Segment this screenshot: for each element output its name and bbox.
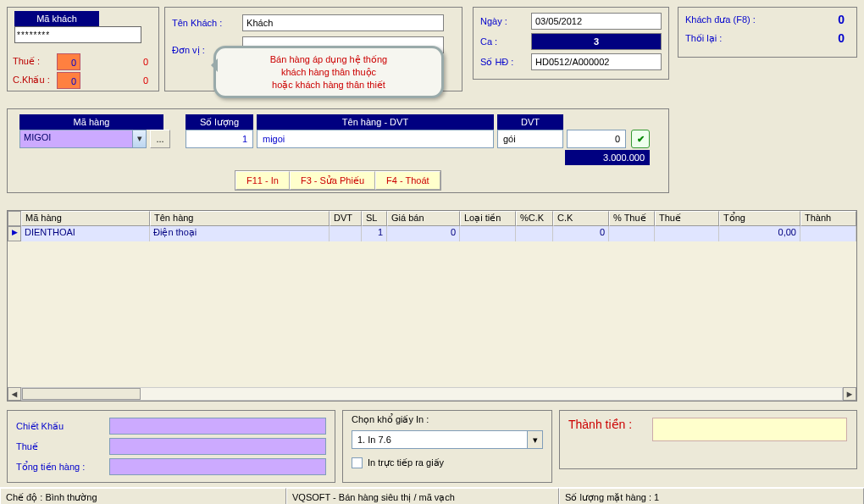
cell[interactable]: 0: [387, 226, 460, 241]
cash-given-label: Khách đưa (F8) :: [685, 14, 778, 25]
direct-print-label: In trực tiếp ra giấy: [368, 457, 444, 468]
f3-edit-button[interactable]: F3 - Sửa Phiếu: [290, 171, 375, 190]
col-header[interactable]: %C.K: [516, 211, 553, 226]
dropdown-icon[interactable]: ▾: [528, 430, 543, 449]
qty-input[interactable]: 1: [186, 130, 253, 148]
change-label: Thối lại :: [685, 33, 778, 44]
price-input[interactable]: 0: [567, 130, 626, 148]
paper-size-select[interactable]: 1. In 7.6 ▾: [352, 430, 543, 449]
tooltip-line: Bán hàng áp dụng hệ thống: [223, 53, 435, 66]
date-value[interactable]: 03/05/2012: [531, 13, 662, 30]
dropdown-icon[interactable]: ▾: [132, 130, 146, 147]
total-price-label: 3.000.000: [565, 150, 650, 165]
grand-total-value: [652, 418, 847, 441]
unit-header: DVT: [497, 114, 563, 130]
col-header[interactable]: C.K: [553, 211, 609, 226]
item-entry-panel: Mã hàng MIGOI ▾ ... Số lượng 1 Tên hàng …: [7, 108, 669, 193]
col-header[interactable]: Tổng: [719, 211, 800, 226]
f11-print-button[interactable]: F11 - In: [235, 171, 290, 190]
status-count: Số lượng mặt hàng : 1: [559, 488, 864, 504]
status-bar: Chế độ : Bình thường VQSOFT - Bán hàng s…: [0, 487, 864, 504]
grand-total-label: Thành tiền :: [568, 418, 650, 431]
grand-total-panel: Thành tiền :: [559, 410, 857, 469]
cell[interactable]: 0: [553, 226, 609, 241]
cell[interactable]: [330, 226, 362, 241]
cell[interactable]: [609, 226, 655, 241]
invoice-no-value: HD0512/A000002: [531, 53, 662, 70]
function-buttons: F11 - In F3 - Sửa Phiếu F4 - Thoát: [235, 170, 441, 191]
totals-summary-panel: Chiết Khấu Thuế Tổng tiền hàng :: [7, 410, 335, 483]
item-name-input[interactable]: migoi: [257, 130, 494, 148]
scroll-right-icon[interactable]: ►: [843, 387, 856, 401]
table-row[interactable]: ▶ DIENTHOAI Điện thoại 1 0 0 0,00: [8, 226, 856, 241]
invoice-meta-panel: Ngày : 03/05/2012 Ca : 3 Số HĐ : HD0512/…: [473, 7, 669, 80]
col-header[interactable]: Giá bán: [387, 211, 460, 226]
status-app: VQSOFT - Bán hàng siêu thị / mã vạch: [286, 488, 559, 504]
shift-label: Ca :: [480, 36, 531, 47]
discount-total-value: [109, 418, 326, 435]
direct-print-checkbox[interactable]: In trực tiếp ra giấy: [352, 457, 543, 468]
grid-header: Mã hàng Tên hàng DVT SL Giá bán Loại tiề…: [8, 211, 856, 226]
cell[interactable]: DIENTHOAI: [21, 226, 150, 241]
subtotal-label: Tổng tiền hàng :: [16, 462, 109, 473]
cell[interactable]: Điện thoại: [150, 226, 330, 241]
confirm-button[interactable]: ✔: [631, 130, 650, 148]
change-value: 0: [778, 31, 850, 45]
hint-tooltip: Bán hàng áp dụng hệ thống khách hàng thâ…: [213, 46, 444, 98]
status-mode: Chế độ : Bình thường: [0, 488, 286, 504]
col-header[interactable]: Loại tiền: [460, 211, 516, 226]
print-options-panel: Chọn khổ giấy In : 1. In 7.6 ▾ In trực t…: [342, 410, 552, 483]
discount-pct[interactable]: 0: [57, 72, 80, 89]
discount-label: C.Khấu :: [13, 72, 57, 86]
customer-code-panel: Mã khách Thuế : 0 0 C.Khấu : 0 0: [7, 7, 159, 91]
col-header[interactable]: SL: [362, 211, 387, 226]
cell[interactable]: [655, 226, 719, 241]
col-header[interactable]: Tên hàng: [150, 211, 330, 226]
scroll-left-icon[interactable]: ◄: [8, 387, 21, 401]
customer-name-label: Tên Khách :: [172, 18, 240, 28]
col-header[interactable]: Mã hàng: [21, 211, 150, 226]
item-name-header: Tên hàng - DVT: [257, 114, 494, 130]
discount-value: 0: [80, 72, 153, 89]
paper-size-text: 1. In 7.6: [352, 430, 528, 449]
item-code-header: Mã hàng: [19, 114, 163, 130]
f4-exit-button[interactable]: F4 - Thoát: [375, 171, 440, 190]
tooltip-line: khách hàng thân thuộc: [223, 66, 435, 79]
customer-code-input[interactable]: [14, 26, 141, 43]
paper-size-label: Chọn khổ giấy In :: [352, 414, 543, 425]
item-code-combo[interactable]: MIGOI ▾: [19, 130, 147, 148]
row-indicator-icon: ▶: [8, 226, 21, 241]
cell[interactable]: [516, 226, 553, 241]
browse-button[interactable]: ...: [150, 130, 170, 148]
subtotal-value: [109, 458, 326, 475]
tax-pct[interactable]: 0: [57, 53, 80, 70]
discount-total-label: Chiết Khấu: [16, 421, 109, 432]
scroll-thumb[interactable]: [22, 388, 141, 400]
scroll-track[interactable]: [21, 387, 843, 401]
customer-code-header: Mã khách: [14, 11, 99, 26]
cell[interactable]: [800, 226, 856, 241]
cell[interactable]: 1: [362, 226, 387, 241]
row-selector-header: [8, 211, 21, 226]
item-code-text: MIGOI: [20, 130, 132, 147]
tax-label: Thuế :: [13, 53, 57, 67]
horizontal-scrollbar[interactable]: ◄ ►: [8, 387, 856, 401]
tax-total-value: [109, 438, 326, 455]
col-header[interactable]: Thành: [800, 211, 856, 226]
col-header[interactable]: % Thuế: [609, 211, 655, 226]
col-header[interactable]: DVT: [330, 211, 362, 226]
checkbox-icon[interactable]: [352, 457, 363, 468]
payment-panel: Khách đưa (F8) : 0 Thối lại : 0: [678, 7, 857, 58]
shift-value: 3: [531, 33, 662, 50]
items-grid: Mã hàng Tên hàng DVT SL Giá bán Loại tiề…: [7, 210, 857, 402]
customer-name: Khách: [242, 14, 444, 31]
qty-header: Số lượng: [186, 114, 253, 130]
cash-given-value[interactable]: 0: [778, 13, 850, 26]
col-header[interactable]: Thuế: [655, 211, 719, 226]
invoice-no-label: Số HĐ :: [480, 57, 531, 68]
tax-value: 0: [80, 53, 153, 70]
tooltip-line: hoặc khách hàng thân thiết: [223, 79, 435, 91]
cell[interactable]: 0,00: [719, 226, 800, 241]
cell[interactable]: [460, 226, 516, 241]
unit-input[interactable]: gói: [497, 130, 563, 148]
